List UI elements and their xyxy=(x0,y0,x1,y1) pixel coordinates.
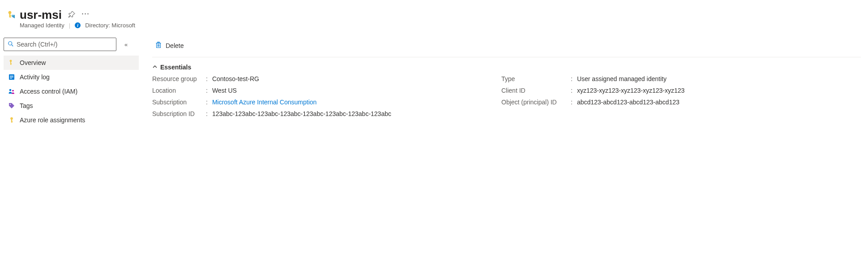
pin-icon[interactable] xyxy=(68,11,75,19)
field-label: Object (principal) ID xyxy=(501,99,571,106)
essentials-row-type: Type : User assigned managed identity xyxy=(501,75,684,82)
field-label: Subscription ID xyxy=(152,110,206,117)
svg-rect-11 xyxy=(10,76,13,76)
essentials-row-object-id: Object (principal) ID : abcd123-abcd123-… xyxy=(501,99,684,106)
page-title: usr-msi xyxy=(20,8,62,22)
resource-header: usr-msi ··· Managed Identity | i Directo… xyxy=(0,0,868,30)
field-value: User assigned managed identity xyxy=(577,75,667,82)
sidebar-nav: Overview Activity log xyxy=(4,56,139,127)
field-value-link[interactable]: Microsoft Azure Internal Consumption xyxy=(212,99,316,106)
directory-label: Directory: Microsoft xyxy=(85,22,135,29)
sidebar-item-label: Activity log xyxy=(20,73,50,81)
field-value[interactable]: 123abc-123abc-123abc-123abc-123abc-123ab… xyxy=(212,110,391,117)
sidebar-item-activity-log[interactable]: Activity log xyxy=(4,70,139,84)
svg-rect-12 xyxy=(10,77,13,77)
svg-line-5 xyxy=(12,44,13,46)
sidebar-item-tags[interactable]: Tags xyxy=(4,99,139,113)
svg-rect-13 xyxy=(10,78,12,78)
activity-log-icon xyxy=(8,73,15,81)
field-label: Client ID xyxy=(501,87,571,94)
field-value: West US xyxy=(212,87,237,94)
field-value[interactable]: Contoso-test-RG xyxy=(212,75,259,82)
essentials-row-resource-group: Resource group : Contoso-test-RG xyxy=(152,75,483,82)
essentials-row-subscription: Subscription : Microsoft Azure Internal … xyxy=(152,99,483,106)
essentials-right-column: Type : User assigned managed identity Cl… xyxy=(501,75,684,117)
sidebar-item-label: Overview xyxy=(20,59,46,66)
field-value[interactable]: xyz123-xyz123-xyz123-xyz123-xyz123 xyxy=(577,87,684,94)
essentials-left-column: Resource group : Contoso-test-RG Locatio… xyxy=(152,75,483,117)
svg-rect-8 xyxy=(11,63,12,64)
managed-identity-icon xyxy=(5,10,16,21)
sidebar-item-label: Tags xyxy=(20,102,33,109)
info-icon[interactable]: i xyxy=(75,22,81,28)
field-label: Subscription xyxy=(152,99,206,106)
svg-point-15 xyxy=(12,90,14,92)
access-control-icon xyxy=(8,88,15,95)
collapse-sidebar-icon[interactable]: « xyxy=(124,41,128,48)
svg-rect-3 xyxy=(10,17,11,17)
sidebar-item-overview[interactable]: Overview xyxy=(4,56,139,70)
toolbar: Delete xyxy=(152,38,861,57)
sidebar-item-label: Access control (IAM) xyxy=(20,88,77,95)
svg-rect-2 xyxy=(10,15,11,16)
more-icon[interactable]: ··· xyxy=(81,9,90,17)
svg-rect-20 xyxy=(12,122,13,123)
sidebar: « Overview xyxy=(0,38,139,258)
sidebar-item-access-control[interactable]: Access control (IAM) xyxy=(4,84,139,99)
field-label: Type xyxy=(501,75,571,82)
trash-icon xyxy=(155,41,162,50)
field-label: Resource group xyxy=(152,75,206,82)
svg-rect-9 xyxy=(11,64,12,64)
delete-label: Delete xyxy=(166,42,184,49)
sidebar-search-box[interactable] xyxy=(4,38,116,51)
essentials-row-subscription-id: Subscription ID : 123abc-123abc-123abc-1… xyxy=(152,110,483,117)
svg-rect-23 xyxy=(158,42,159,43)
chevron-up-icon xyxy=(152,64,158,71)
svg-point-17 xyxy=(10,117,13,120)
essentials-row-location: Location : West US xyxy=(152,87,483,94)
essentials-toggle[interactable]: Essentials xyxy=(152,57,861,75)
main-content: Delete Essentials Resource group : Conto… xyxy=(139,38,868,258)
role-assignments-icon xyxy=(8,116,15,124)
search-input[interactable] xyxy=(17,41,112,48)
search-icon xyxy=(8,41,14,48)
svg-point-16 xyxy=(10,104,11,105)
essentials-row-client-id: Client ID : xyz123-xyz123-xyz123-xyz123-… xyxy=(501,87,684,94)
field-label: Location xyxy=(152,87,206,94)
svg-point-14 xyxy=(9,89,12,91)
key-icon xyxy=(8,59,15,66)
sidebar-item-label: Azure role assignments xyxy=(20,116,85,124)
essentials-grid: Resource group : Contoso-test-RG Locatio… xyxy=(152,75,861,117)
svg-point-4 xyxy=(9,41,12,45)
svg-rect-19 xyxy=(12,121,13,122)
tags-icon xyxy=(8,102,15,109)
sidebar-item-role-assignments[interactable]: Azure role assignments xyxy=(4,113,139,127)
resource-type-label: Managed Identity xyxy=(20,22,64,29)
divider: | xyxy=(69,22,70,29)
delete-button[interactable]: Delete xyxy=(152,39,186,52)
essentials-label: Essentials xyxy=(160,64,191,71)
field-value[interactable]: abcd123-abcd123-abcd123-abcd123 xyxy=(577,99,680,106)
